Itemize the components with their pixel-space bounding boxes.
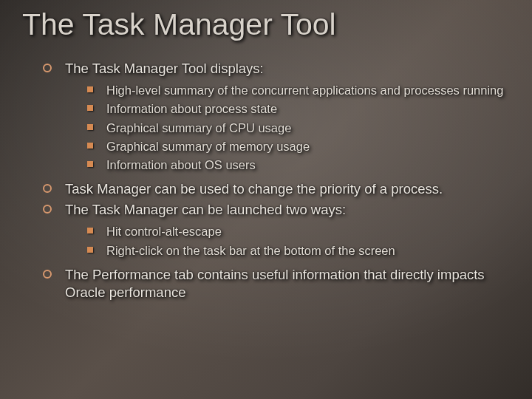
list-item-text: The Performance tab contains useful info… [65, 267, 485, 300]
sub-list-item: High-level summary of the concurrent app… [87, 82, 510, 98]
sub-list-item: Graphical summary of CPU usage [87, 120, 510, 136]
sub-list: Hit control-alt-escape Right-click on th… [65, 223, 510, 259]
sub-list-item: Information about OS users [87, 157, 510, 173]
list-item: The Task Manager Tool displays: High-lev… [43, 60, 510, 173]
sub-list: High-level summary of the concurrent app… [65, 82, 510, 173]
sub-list-item: Right-click on the task bar at the botto… [87, 242, 510, 259]
list-item: The Task Manager can be launched two way… [43, 201, 510, 259]
list-item: Task Manager can be used to change the p… [43, 180, 510, 198]
list-item-text: The Task Manager Tool displays: [65, 61, 264, 76]
bullet-list: The Task Manager Tool displays: High-lev… [22, 60, 510, 301]
sub-list-item: Graphical summary of memory usage [87, 138, 510, 154]
slide: The Task Manager Tool The Task Manager T… [0, 0, 532, 399]
slide-title: The Task Manager Tool [22, 7, 510, 42]
list-item-text: Task Manager can be used to change the p… [65, 181, 443, 197]
sub-list-item: Hit control-alt-escape [87, 223, 510, 239]
sub-list-item: Information about process state [87, 100, 510, 117]
list-item-text: The Task Manager can be launched two way… [65, 202, 346, 217]
list-item: The Performance tab contains useful info… [43, 266, 510, 301]
